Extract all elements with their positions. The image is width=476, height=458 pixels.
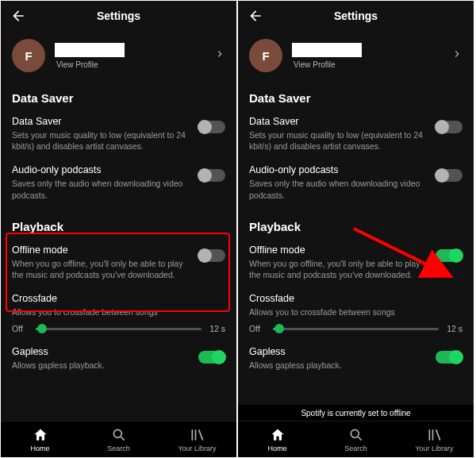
setting-offline-mode: Offline mode When you go offline, you'll…	[1, 240, 236, 288]
crossfade-min-label: Off	[249, 324, 267, 333]
setting-label: Crossfade	[12, 293, 225, 304]
profile-row[interactable]: F View Profile	[1, 31, 236, 80]
setting-desc: Allows gapless playback.	[12, 360, 189, 371]
page-title: Settings	[97, 10, 140, 22]
crossfade-slider[interactable]	[273, 328, 439, 330]
toggle-offline-mode[interactable]	[198, 249, 225, 262]
section-data-saver-title: Data Saver	[238, 80, 474, 111]
setting-label: Offline mode	[12, 244, 189, 256]
section-playback-title: Playback	[1, 209, 236, 240]
profile-name-redacted	[292, 43, 362, 57]
setting-desc: Allows you to crossfade between songs	[12, 306, 225, 318]
tab-library[interactable]: Your Library	[158, 421, 236, 457]
section-data-saver-title: Data Saver	[1, 80, 236, 111]
back-arrow-icon	[10, 8, 26, 24]
setting-desc: When you go offline, you'll only be able…	[12, 258, 189, 280]
setting-label: Offline mode	[249, 244, 426, 256]
toggle-offline-mode[interactable]	[436, 249, 463, 262]
crossfade-slider-row: Off 12 s	[1, 319, 236, 341]
setting-label: Audio-only podcasts	[12, 164, 189, 175]
search-icon	[111, 427, 127, 443]
chevron-right-icon	[451, 48, 463, 63]
setting-audio-only: Audio-only podcasts Saves only the audio…	[238, 160, 474, 208]
search-icon	[348, 427, 364, 443]
back-button[interactable]	[248, 8, 263, 24]
setting-offline-mode: Offline mode When you go offline, you'll…	[238, 240, 474, 288]
library-icon	[427, 427, 443, 443]
home-icon	[270, 427, 286, 443]
page-title: Settings	[334, 10, 378, 22]
toggle-gapless[interactable]	[198, 351, 225, 364]
setting-crossfade: Crossfade Allows you to crossfade betwee…	[1, 288, 236, 319]
setting-data-saver: Data Saver Sets your music quality to lo…	[238, 111, 474, 160]
setting-gapless: Gapless Allows gapless playback.	[238, 341, 474, 374]
crossfade-max-label: 12 s	[208, 324, 225, 333]
setting-desc: Saves only the audio when downloading vi…	[12, 178, 189, 200]
view-profile-label: View Profile	[56, 60, 125, 69]
back-arrow-icon	[248, 8, 263, 24]
chevron-right-icon	[214, 48, 225, 63]
header: Settings	[1, 1, 236, 31]
toggle-data-saver[interactable]	[198, 121, 225, 133]
phone-left: Settings F View Profile Data Saver Data …	[1, 1, 236, 457]
setting-desc: Saves only the audio when downloading vi…	[249, 178, 426, 200]
toggle-gapless[interactable]	[436, 351, 463, 364]
setting-label: Gapless	[249, 346, 426, 357]
tabbar: Home Search Your Library	[238, 421, 474, 457]
tab-home[interactable]: Home	[1, 421, 79, 457]
offline-toast: Spotify is currently set to offline	[238, 405, 474, 421]
setting-desc: Allows gapless playback.	[249, 360, 426, 371]
tab-home[interactable]: Home	[238, 421, 317, 457]
view-profile-label: View Profile	[294, 60, 362, 69]
avatar: F	[249, 39, 282, 72]
setting-desc: When you go offline, you'll only be able…	[249, 258, 426, 280]
toggle-audio-only[interactable]	[198, 169, 225, 182]
tab-search[interactable]: Search	[317, 421, 395, 457]
avatar: F	[12, 39, 45, 72]
setting-label: Gapless	[12, 346, 189, 357]
setting-label: Data Saver	[249, 116, 426, 127]
crossfade-max-label: 12 s	[445, 324, 463, 333]
home-icon	[33, 427, 48, 443]
setting-gapless: Gapless Allows gapless playback.	[1, 341, 236, 374]
crossfade-min-label: Off	[12, 324, 29, 333]
profile-name-redacted	[55, 43, 125, 57]
setting-crossfade: Crossfade Allows you to crossfade betwee…	[238, 288, 474, 319]
tabbar: Home Search Your Library	[1, 421, 236, 457]
setting-label: Data Saver	[12, 116, 189, 127]
setting-desc: Allows you to crossfade between songs	[249, 306, 463, 318]
crossfade-slider-row: Off 12 s	[238, 319, 474, 341]
section-playback-title: Playback	[238, 209, 474, 240]
setting-data-saver: Data Saver Sets your music quality to lo…	[1, 111, 236, 160]
setting-label: Audio-only podcasts	[249, 164, 426, 175]
svg-point-0	[113, 429, 121, 437]
tab-library[interactable]: Your Library	[395, 421, 474, 457]
tab-search[interactable]: Search	[79, 421, 158, 457]
toggle-data-saver[interactable]	[436, 121, 463, 133]
phone-right: Settings F View Profile Data Saver Data …	[238, 1, 474, 457]
library-icon	[190, 427, 205, 443]
back-button[interactable]	[10, 8, 26, 24]
svg-point-1	[351, 429, 359, 437]
crossfade-slider[interactable]	[36, 328, 202, 330]
setting-desc: Sets your music quality to low (equivale…	[249, 129, 426, 152]
header: Settings	[238, 1, 474, 31]
profile-row[interactable]: F View Profile	[238, 31, 474, 80]
toggle-audio-only[interactable]	[436, 169, 463, 182]
setting-audio-only: Audio-only podcasts Saves only the audio…	[1, 160, 236, 208]
setting-label: Crossfade	[249, 293, 463, 304]
setting-desc: Sets your music quality to low (equivale…	[12, 129, 189, 152]
